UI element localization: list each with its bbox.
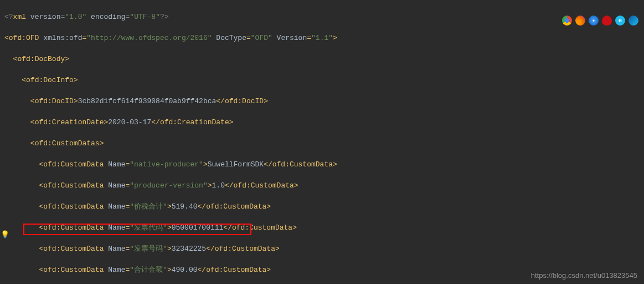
code-line: <ofd:DocID>3cb82d1fcf614f939084f0ab9ff42…	[4, 96, 644, 106]
code-line: <ofd:CustomData Name="发票代码">050001700111…	[4, 222, 644, 233]
custom-data-value: 050001700111	[172, 224, 224, 232]
xml-version: 1.0	[69, 13, 82, 21]
doctype: OFD	[255, 34, 268, 42]
custom-data-value: 32342225	[172, 245, 206, 253]
code-line: <ofd:CustomData Name="native-producer">S…	[4, 159, 644, 170]
custom-data-value: SuwellFormSDK	[208, 160, 264, 169]
firefox-icon[interactable]	[575, 16, 585, 26]
custom-data-value: 519.40	[172, 202, 198, 211]
creation-date: 2020-03-17	[108, 118, 151, 126]
ie-icon[interactable]: e	[615, 16, 625, 26]
chrome-icon[interactable]	[562, 16, 572, 26]
version: 1.1	[316, 34, 328, 42]
intention-bulb-icon[interactable]: 💡	[1, 230, 9, 239]
custom-data-value: 490.00	[172, 266, 198, 274]
code-line: <?xml version="1.0" encoding="UTF-8"?>	[4, 12, 644, 22]
doc-id: 3cb82d1fcf614f939084f0ab9ff42bca	[78, 97, 217, 105]
watermark-text: https://blog.csdn.net/u013823545	[531, 271, 637, 280]
edge-icon[interactable]	[628, 16, 638, 26]
code-line: <ofd:CustomData Name="producer-version">…	[4, 180, 644, 191]
xmlns: http://www.ofdspec.org/2016	[91, 34, 208, 42]
browser-icon-bar: ✦ e	[562, 16, 638, 26]
code-line: <ofd:DocBody>	[4, 54, 644, 64]
code-line: <ofd:CustomData Name="发票号码">32342225</of…	[4, 244, 644, 254]
code-line: <ofd:CustomDatas>	[4, 138, 644, 149]
code-line: <ofd:OFD xmlns:ofd="http://www.ofdspec.o…	[4, 33, 644, 43]
xml-encoding: UTF-8	[134, 13, 156, 21]
code-line: <ofd:CustomData Name="价税合计">519.40</ofd:…	[4, 201, 644, 212]
code-line: <ofd:CreationDate>2020-03-17</ofd:Creati…	[4, 117, 644, 128]
opera-icon[interactable]	[602, 16, 612, 26]
custom-data-value: 1.0	[212, 181, 225, 190]
code-line: <ofd:DocInfo>	[4, 75, 644, 85]
safari-icon[interactable]: ✦	[589, 16, 599, 26]
xml-code-viewer: <?xml version="1.0" encoding="UTF-8"?> <…	[0, 0, 644, 284]
